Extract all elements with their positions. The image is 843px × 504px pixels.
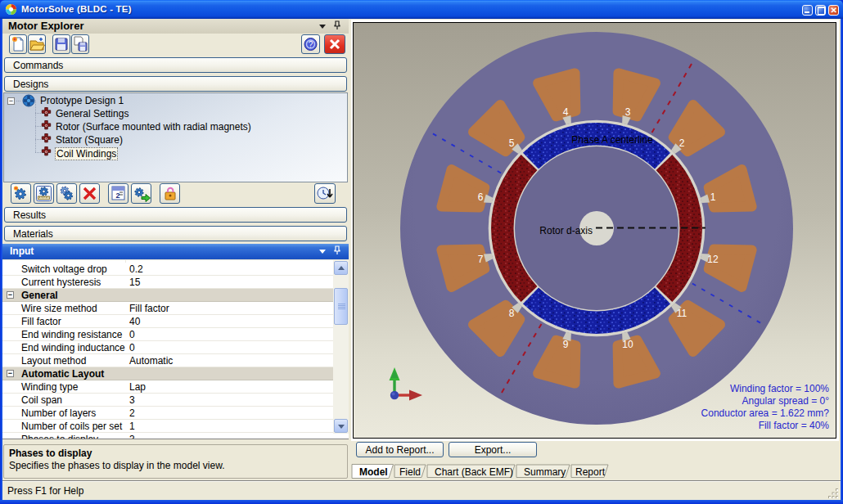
svg-text:Angular spread = 0°: Angular spread = 0°: [742, 395, 829, 407]
svg-text:?: ?: [309, 40, 313, 49]
svg-text:6: 6: [478, 191, 484, 203]
svg-text:Winding factor = 100%: Winding factor = 100%: [730, 383, 829, 394]
svg-text:Rotor d-axis: Rotor d-axis: [539, 225, 593, 236]
svg-text:11: 11: [677, 308, 687, 319]
svg-text:3: 3: [625, 106, 631, 118]
svg-text:Field: Field: [399, 466, 421, 478]
svg-text:1: 1: [710, 191, 716, 203]
svg-text:9: 9: [563, 339, 569, 350]
svg-text:8: 8: [509, 308, 515, 319]
svg-text:Phase A centerline: Phase A centerline: [571, 134, 653, 146]
svg-text:Fill factor = 40%: Fill factor = 40%: [759, 420, 830, 431]
svg-text:10: 10: [622, 339, 633, 350]
svg-text:7: 7: [478, 254, 484, 265]
svg-text:Report: Report: [575, 466, 606, 478]
svg-text:5: 5: [509, 137, 515, 149]
svg-text:12: 12: [707, 254, 719, 265]
svg-text:2: 2: [115, 191, 119, 200]
svg-text:Chart (Back EMF): Chart (Back EMF): [435, 466, 513, 478]
svg-text:2: 2: [679, 137, 685, 149]
svg-text:Model: Model: [359, 466, 388, 478]
svg-text:Conductor area = 1.622 mm?: Conductor area = 1.622 mm?: [701, 407, 830, 419]
svg-text:Summary: Summary: [524, 466, 566, 478]
svg-text:4: 4: [563, 106, 569, 118]
